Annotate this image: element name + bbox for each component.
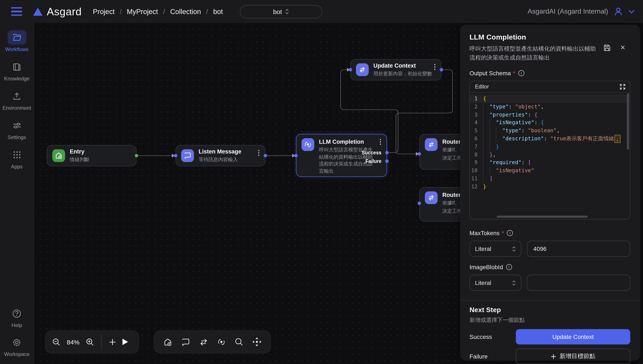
max-tokens-mode-select[interactable]: Literal [470,241,521,257]
node-menu-kebab-icon[interactable] [258,152,260,154]
line-number: 10 [470,167,483,175]
line-number: 5 [470,127,483,135]
sidebar-item-label: Workflows [5,46,28,52]
indent-guide [490,135,496,143]
brand-wordmark: Asgard [47,5,82,18]
port-update-context-input[interactable] [349,68,352,72]
port-llm-input[interactable] [294,154,298,157]
node-menu-kebab-icon[interactable] [434,66,436,68]
port-router-top-input[interactable] [418,152,421,156]
code-line[interactable]: 5"type": "boolean", [470,127,630,135]
expand-editor-icon[interactable] [620,84,626,90]
node-title: LLM Completion [319,138,376,146]
line-number: 9 [470,159,483,167]
code-line[interactable]: 3"properties": { [470,111,630,119]
code-token: : [522,159,528,167]
port-label-success[interactable]: Success [362,150,382,155]
code-token: ] [490,175,493,183]
zoom-out-button[interactable] [52,338,60,346]
palette-listen-message-icon[interactable] [181,338,190,346]
port-llm-success[interactable] [385,151,389,154]
indent-guide [483,111,490,119]
palette-search-icon[interactable] [235,338,243,346]
code-line[interactable]: 7} [470,143,630,151]
node-listen-message[interactable]: Listen Message 等待訊息內容輸入 [176,145,265,166]
breadcrumb-myproject[interactable]: MyProject [127,8,158,16]
run-workflow-button[interactable] [122,338,128,346]
code-line[interactable]: 11] [470,175,630,183]
indent-guide [490,143,496,151]
gear-icon [12,338,21,347]
info-icon[interactable] [506,264,512,270]
code-line[interactable]: 9"required": [ [470,159,630,167]
zoom-toolbar: 84% [45,330,139,353]
palette-router-icon[interactable] [199,338,208,346]
account-chevron-down-icon[interactable] [628,10,634,14]
llm-bulb-icon [302,138,314,151]
line-number: 12 [470,183,483,191]
port-update-context-output[interactable] [440,68,443,72]
sidebar-item-environment[interactable]: Environment [2,89,31,111]
add-failure-target-button[interactable]: 新增目標節點 [516,349,630,364]
code-line[interactable]: 10"isNegative" [470,167,630,175]
sidebar-item-help[interactable]: Help [8,306,26,328]
palette-entry-node-icon[interactable] [163,338,172,346]
sidebar-item-knowledge[interactable]: Knowledge [4,60,30,82]
code-lines[interactable]: 1{2"type": "object",3"properties": {4"is… [470,93,630,214]
breadcrumb: Project / MyProject / Collection / bot [93,8,223,16]
code-token: [ [528,159,531,167]
panel-title: LLM Completion [470,33,630,42]
indent-guide [483,167,490,175]
image-blob-id-mode-select[interactable]: Literal [470,275,521,291]
palette-move-icon[interactable] [252,337,262,346]
node-entry[interactable]: Entry 情緒判斷 [47,145,136,166]
swap-arrows-icon [356,63,369,76]
indent-guide [483,103,490,111]
editor-header: Editor [470,81,630,93]
workflow-selector-dropdown[interactable]: bot [240,5,322,18]
breadcrumb-bot[interactable]: bot [213,8,223,16]
success-target-button[interactable]: Update Context [516,329,630,344]
port-entry-output[interactable] [135,154,138,157]
image-blob-id-input[interactable] [527,275,630,291]
port-listen-output[interactable] [264,154,267,157]
code-line[interactable]: 2"type": "object", [470,103,630,111]
sidebar-item-apps[interactable]: Apps [8,148,26,170]
editor-vertical-scrollbar[interactable] [627,93,629,150]
breadcrumb-separator: / [120,8,122,16]
node-menu-kebab-icon[interactable] [380,141,381,142]
max-tokens-input[interactable] [527,241,630,257]
add-node-button[interactable] [109,338,116,346]
port-label-failure[interactable]: Failure [366,158,382,164]
save-icon[interactable] [604,44,611,52]
port-listen-input[interactable] [174,154,177,157]
entry-home-icon [52,149,65,162]
code-line[interactable]: 12} [470,183,630,191]
palette-llm-icon[interactable] [217,338,226,346]
breadcrumb-project[interactable]: Project [93,8,114,16]
line-number: 8 [470,151,483,159]
info-icon[interactable] [507,230,513,236]
code-line[interactable]: 8}, [470,151,630,159]
max-tokens-label: MaxTokens [470,230,500,236]
editor-horizontal-scrollbar[interactable] [497,216,588,218]
sidebar-item-workspace[interactable]: Workspace [4,335,30,357]
node-llm-completion[interactable]: LLM Completion 呼叫大型語言模型並產生結構化的資料輸出以輔助流程的… [296,134,387,177]
user-icon[interactable] [613,6,624,16]
code-line[interactable]: 6"description": "true表示客戶有正面情緒, [470,135,630,143]
sidebar-item-settings[interactable]: Settings [8,118,26,140]
close-icon[interactable]: × [620,43,625,52]
node-update-context[interactable]: Update Context 用於更新內容，初始化變數 [350,59,442,80]
next-step-title: Next Step [470,306,630,314]
breadcrumb-collection[interactable]: Collection [170,8,201,16]
schema-editor[interactable]: Editor 1{2"type": "object",3"properties"… [470,81,630,220]
port-llm-failure[interactable] [385,160,389,163]
code-line[interactable]: 1{ [470,95,630,103]
code-line[interactable]: 4"isNegative": { [470,119,630,127]
zoom-level-label: 84% [66,338,80,346]
zoom-in-button[interactable] [86,338,94,346]
port-router-bottom-input[interactable] [418,202,421,205]
sidebar-item-workflows[interactable]: Workflows [5,30,28,52]
info-icon[interactable] [518,70,524,76]
hamburger-menu-icon[interactable] [11,7,22,16]
